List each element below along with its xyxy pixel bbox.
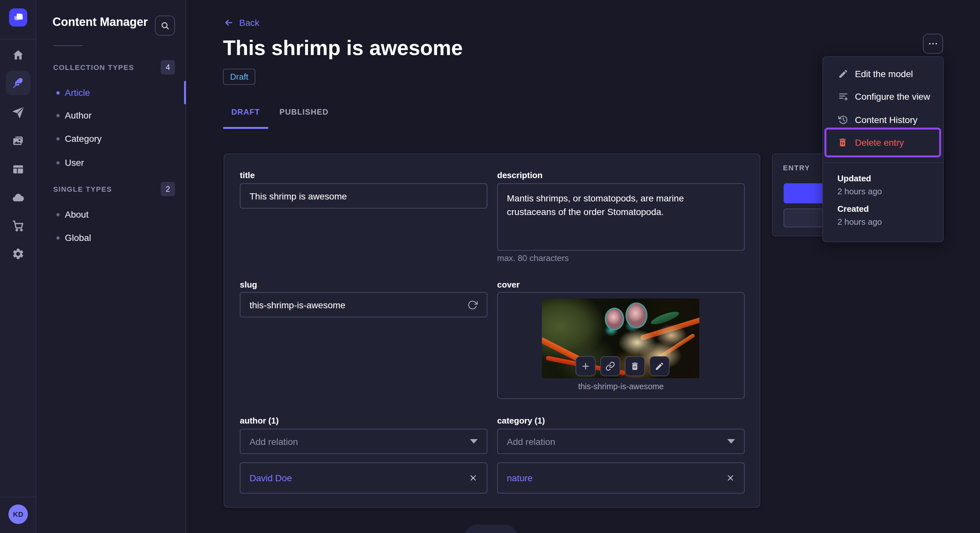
strapi-admin-app: KD Content Manager COLLECTION TYPES 4 Ar… xyxy=(0,0,980,533)
updated-value: 2 hours ago xyxy=(837,187,882,196)
pencil-icon xyxy=(837,68,848,79)
edit-media-button[interactable] xyxy=(649,356,670,376)
delete-media-button[interactable] xyxy=(625,356,645,376)
content-manager-subnav: Content Manager COLLECTION TYPES 4 Artic… xyxy=(36,0,186,533)
trash-icon xyxy=(837,137,848,148)
bullet-icon xyxy=(56,161,60,164)
shrimp-eye xyxy=(625,303,648,328)
content-manager-icon[interactable] xyxy=(12,76,25,89)
shrimp-body xyxy=(656,324,687,346)
navbar-divider xyxy=(0,39,36,40)
menu-item-delete-entry[interactable]: Delete entry xyxy=(824,128,941,157)
user-avatar[interactable]: KD xyxy=(8,504,28,524)
title-input-value: This shrimp is awesome xyxy=(250,191,478,201)
single-types-count-badge: 2 xyxy=(161,182,175,196)
sidebar-item-label: Category xyxy=(65,133,102,144)
deploy-cloud-icon[interactable] xyxy=(12,191,25,204)
collection-types-count-badge: 4 xyxy=(161,60,175,75)
back-label: Back xyxy=(239,17,259,28)
link-icon xyxy=(605,362,615,371)
shrimp-fin xyxy=(650,309,681,327)
page-title: This shrimp is awesome xyxy=(223,36,463,60)
menu-item-configure-view[interactable]: Configure the view xyxy=(823,85,944,108)
status-badge: Draft xyxy=(223,69,255,85)
menu-item-label: Content History xyxy=(855,115,918,125)
strapi-logo[interactable] xyxy=(9,8,27,27)
sidebar-item-label: Article xyxy=(65,87,90,98)
marketplace-cart-icon[interactable] xyxy=(12,219,25,232)
category-relation-placeholder: Add relation xyxy=(507,436,727,447)
active-tab-underline xyxy=(223,127,268,129)
author-field-label: author (1) xyxy=(240,416,279,425)
menu-item-edit-model[interactable]: Edit the model xyxy=(823,62,944,86)
description-value: Mantis shrimps, or stomatopods, are mari… xyxy=(507,192,735,219)
bullet-icon xyxy=(56,114,60,117)
arrow-left-icon xyxy=(224,17,234,28)
releases-icon[interactable] xyxy=(12,106,25,119)
description-textarea[interactable]: Mantis shrimps, or stomatopods, are mari… xyxy=(497,183,745,251)
bullet-icon xyxy=(56,91,60,94)
remove-relation-icon[interactable] xyxy=(726,473,735,482)
cover-field-label: cover xyxy=(497,280,520,289)
created-value: 2 hours ago xyxy=(837,217,882,227)
subnav-divider xyxy=(53,45,83,46)
content-type-builder-icon[interactable] xyxy=(12,163,25,176)
search-button[interactable] xyxy=(155,16,175,36)
remove-relation-icon[interactable] xyxy=(469,473,478,482)
add-media-button[interactable] xyxy=(576,356,596,376)
ellipsis-icon xyxy=(928,38,939,49)
tab-published[interactable]: PUBLISHED xyxy=(278,108,330,117)
sidebar-item-label: About xyxy=(65,209,89,219)
category-relation-combobox[interactable]: Add relation xyxy=(497,429,745,454)
slug-input[interactable]: this-shrimp-is-awesome xyxy=(240,292,487,317)
cover-toolbar xyxy=(576,356,670,376)
floating-widget[interactable] xyxy=(464,525,518,533)
sidebar-item-author[interactable]: Author xyxy=(36,104,186,127)
description-hint: max. 80 characters xyxy=(497,253,569,263)
cover-field: this-shrimp-is-awesome xyxy=(497,292,745,399)
search-icon xyxy=(160,21,170,30)
menu-item-label: Configure the view xyxy=(855,91,930,102)
updated-label: Updated xyxy=(837,174,871,183)
history-icon xyxy=(837,114,848,125)
slug-input-value: this-shrimp-is-awesome xyxy=(250,300,467,310)
sidebar-item-category[interactable]: Category xyxy=(36,127,186,150)
list-plus-icon xyxy=(837,91,848,102)
menu-item-label: Delete entry xyxy=(855,137,904,148)
avatar-initials: KD xyxy=(13,510,23,518)
author-relation-combobox[interactable]: Add relation xyxy=(240,429,487,454)
sidebar-item-user[interactable]: User xyxy=(36,151,186,174)
pencil-icon xyxy=(655,362,664,371)
bullet-icon xyxy=(56,213,60,216)
author-relation-placeholder: Add relation xyxy=(250,436,470,447)
copy-link-button[interactable] xyxy=(600,356,620,376)
entry-panel-label: ENTRY xyxy=(783,164,810,171)
subnav-title: Content Manager xyxy=(52,16,148,29)
main-navbar: KD xyxy=(0,0,36,533)
plus-icon xyxy=(581,362,590,371)
trash-icon xyxy=(630,362,640,371)
title-input[interactable]: This shrimp is awesome xyxy=(240,183,487,209)
category-field-label: category (1) xyxy=(497,416,545,425)
settings-gear-icon[interactable] xyxy=(12,247,25,260)
home-icon[interactable] xyxy=(12,49,25,62)
strapi-logo-icon xyxy=(13,13,23,22)
section-single-types: SINGLE TYPES xyxy=(53,185,112,193)
sidebar-item-about[interactable]: About xyxy=(36,203,186,226)
regenerate-slug-icon[interactable] xyxy=(467,300,478,310)
sidebar-item-article[interactable]: Article xyxy=(36,81,186,104)
sidebar-item-global[interactable]: Global xyxy=(36,226,186,249)
more-actions-button[interactable] xyxy=(923,34,943,54)
menu-item-label: Edit the model xyxy=(855,69,913,79)
category-relation-item: nature xyxy=(497,462,745,493)
back-link[interactable]: Back xyxy=(224,17,259,28)
relation-link-david-doe[interactable]: David Doe xyxy=(250,473,469,483)
relation-link-nature[interactable]: nature xyxy=(507,473,726,483)
tab-draft[interactable]: DRAFT xyxy=(223,108,268,117)
author-relation-item: David Doe xyxy=(240,462,487,493)
navbar-bottom-divider xyxy=(0,497,36,497)
sidebar-item-label: Author xyxy=(65,110,92,121)
title-field-label: title xyxy=(240,170,255,180)
description-field-label: description xyxy=(497,170,542,180)
media-library-icon[interactable] xyxy=(12,134,25,147)
